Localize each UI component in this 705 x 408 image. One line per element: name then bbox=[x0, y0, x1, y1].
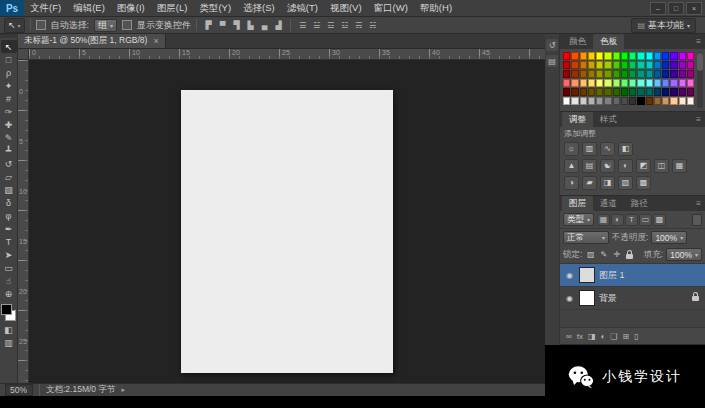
adj-posterize-icon[interactable]: ▰ bbox=[582, 176, 597, 190]
document-tab[interactable]: 未标题-1 @ 50%(图层 1, RGB/8) × bbox=[18, 34, 166, 48]
color-swatch[interactable] bbox=[679, 70, 686, 78]
quick-mask-mode-button[interactable]: ◧ bbox=[1, 323, 17, 336]
align-bottom-edges-icon[interactable]: ▟ bbox=[272, 19, 285, 32]
color-swatch[interactable] bbox=[563, 70, 570, 78]
menubar-item[interactable]: 编辑(E) bbox=[67, 0, 111, 16]
color-swatch[interactable] bbox=[571, 79, 578, 87]
properties-panel-icon[interactable]: ▤ bbox=[546, 55, 558, 67]
color-swatch[interactable] bbox=[621, 97, 628, 105]
adj-curves-icon[interactable]: ∿ bbox=[600, 142, 615, 156]
color-swatch[interactable] bbox=[662, 97, 669, 105]
new-group-icon[interactable]: ❑ bbox=[610, 332, 617, 341]
foreground-color-chip[interactable] bbox=[1, 304, 12, 315]
color-swatch[interactable] bbox=[629, 61, 636, 69]
align-left-edges-icon[interactable]: ▛ bbox=[202, 19, 215, 32]
lock-image-pixels-icon[interactable]: ✎ bbox=[598, 249, 609, 261]
color-swatch[interactable] bbox=[596, 52, 603, 60]
filter-toggle-switch[interactable] bbox=[692, 214, 702, 226]
color-swatch[interactable] bbox=[687, 52, 694, 60]
color-swatch[interactable] bbox=[670, 79, 677, 87]
color-swatch[interactable] bbox=[588, 79, 595, 87]
adj-vibrance-icon[interactable]: ▲ bbox=[564, 159, 579, 173]
show-transform-checkbox[interactable] bbox=[122, 20, 132, 30]
filter-smart-objects-icon[interactable]: ▩ bbox=[653, 214, 666, 226]
new-adjustment-layer-icon[interactable]: ◐ bbox=[601, 332, 606, 341]
color-swatch[interactable] bbox=[629, 52, 636, 60]
align-top-edges-icon[interactable]: ▙ bbox=[244, 19, 257, 32]
color-swatch[interactable] bbox=[662, 52, 669, 60]
color-swatch[interactable] bbox=[670, 88, 677, 96]
clone-stamp-tool[interactable]: ┻ bbox=[1, 144, 17, 157]
panel-menu-icon[interactable]: ≡ bbox=[696, 112, 705, 127]
color-swatch[interactable] bbox=[596, 61, 603, 69]
color-swatch[interactable] bbox=[654, 70, 661, 78]
color-swatch[interactable] bbox=[629, 97, 636, 105]
tab-layers[interactable]: 图层 bbox=[562, 196, 593, 211]
color-swatch[interactable] bbox=[621, 79, 628, 87]
panel-menu-icon[interactable]: ≡ bbox=[696, 196, 705, 211]
tab-close-icon[interactable]: × bbox=[153, 36, 158, 46]
adj-photo-filter-icon[interactable]: ◩ bbox=[636, 159, 651, 173]
workspace-switcher[interactable]: ▤ 基本功能 ▾ bbox=[631, 18, 696, 33]
adj-color-balance-icon[interactable]: ☯ bbox=[600, 159, 615, 173]
vertical-ruler[interactable]: 0510152025 bbox=[18, 60, 29, 383]
lock-all-icon[interactable] bbox=[624, 249, 635, 261]
horizontal-ruler[interactable]: 051015202530354045 bbox=[29, 49, 545, 60]
color-swatch[interactable] bbox=[613, 88, 620, 96]
color-swatch[interactable] bbox=[646, 79, 653, 87]
window-control-button[interactable]: – bbox=[650, 2, 666, 15]
adj-gradient-map-icon[interactable]: ▧ bbox=[618, 176, 633, 190]
color-swatch[interactable] bbox=[571, 52, 578, 60]
color-swatch[interactable] bbox=[571, 70, 578, 78]
color-swatch[interactable] bbox=[687, 88, 694, 96]
dodge-tool[interactable]: φ bbox=[1, 209, 17, 222]
distribute-top-icon[interactable]: ☰ bbox=[296, 19, 309, 32]
add-layer-mask-icon[interactable]: ◨ bbox=[588, 332, 596, 341]
color-swatch[interactable] bbox=[621, 70, 628, 78]
filter-pixel-layers-icon[interactable]: ▦ bbox=[597, 214, 610, 226]
color-swatch[interactable] bbox=[580, 70, 587, 78]
color-swatch[interactable] bbox=[662, 79, 669, 87]
adj-selective-color-icon[interactable]: ▩ bbox=[636, 176, 651, 190]
color-swatch[interactable] bbox=[588, 61, 595, 69]
color-swatch[interactable] bbox=[596, 88, 603, 96]
delete-layer-icon[interactable]: ▯ bbox=[634, 332, 638, 341]
layer-row[interactable]: ◉ 背景 bbox=[560, 287, 705, 310]
auto-select-checkbox[interactable] bbox=[36, 20, 46, 30]
color-swatch[interactable] bbox=[646, 88, 653, 96]
gradient-tool[interactable]: ▧ bbox=[1, 183, 17, 196]
color-swatch[interactable] bbox=[687, 70, 694, 78]
filter-type-layers-icon[interactable]: T bbox=[625, 214, 638, 226]
link-layers-icon[interactable]: ∞ bbox=[566, 332, 572, 341]
shape-tool[interactable]: ▭ bbox=[1, 261, 17, 274]
menubar-item[interactable]: 选择(S) bbox=[237, 0, 281, 16]
menubar-item[interactable]: 滤镜(T) bbox=[281, 0, 324, 16]
color-swatch[interactable] bbox=[563, 97, 570, 105]
color-swatch[interactable] bbox=[604, 52, 611, 60]
lasso-tool[interactable]: ρ bbox=[1, 66, 17, 79]
color-swatch[interactable] bbox=[662, 61, 669, 69]
lock-position-icon[interactable]: ✛ bbox=[611, 249, 622, 261]
color-swatch[interactable] bbox=[580, 79, 587, 87]
color-swatch[interactable] bbox=[571, 61, 578, 69]
menubar-item[interactable]: 帮助(H) bbox=[414, 0, 458, 16]
adj-levels-icon[interactable]: ▥ bbox=[582, 142, 597, 156]
distribute-right-icon[interactable]: ☵ bbox=[366, 19, 379, 32]
tab-swatches[interactable]: 色板 bbox=[593, 34, 624, 49]
new-layer-icon[interactable]: ⊞ bbox=[623, 332, 630, 341]
quick-selection-tool[interactable]: ✦ bbox=[1, 79, 17, 92]
hand-tool[interactable]: ☝ bbox=[1, 274, 17, 287]
type-tool[interactable]: T bbox=[1, 235, 17, 248]
layer-filter-type-dropdown[interactable]: 类型 ▾ bbox=[563, 213, 594, 226]
color-swatch[interactable] bbox=[596, 79, 603, 87]
fill-dropdown[interactable]: 100% ▾ bbox=[666, 248, 702, 261]
color-swatch[interactable] bbox=[613, 52, 620, 60]
color-swatch[interactable] bbox=[679, 88, 686, 96]
color-swatch[interactable] bbox=[637, 88, 644, 96]
color-swatch[interactable] bbox=[662, 70, 669, 78]
color-swatch[interactable] bbox=[613, 61, 620, 69]
distribute-left-icon[interactable]: ☳ bbox=[338, 19, 351, 32]
layer-visibility-toggle[interactable]: ◉ bbox=[564, 294, 575, 303]
color-swatch[interactable] bbox=[604, 79, 611, 87]
color-swatch[interactable] bbox=[646, 97, 653, 105]
